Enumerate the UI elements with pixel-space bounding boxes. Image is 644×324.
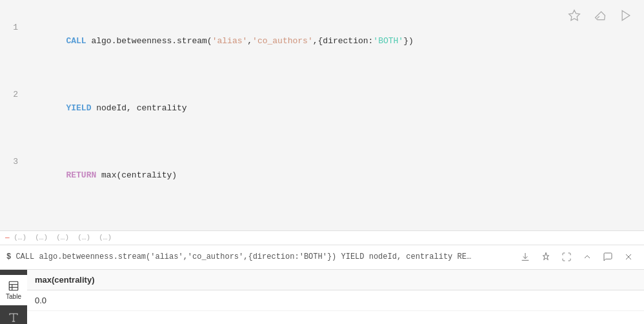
table-row: 0.0 — [27, 290, 644, 310]
keyword-return: RETURN — [66, 170, 96, 180]
svg-marker-1 — [622, 11, 630, 21]
code-content-1: CALL algo.betweenness.stream('alias','co… — [26, 21, 414, 61]
results-table: max(centrality) 0.0 — [27, 270, 644, 311]
expand-icon — [561, 252, 572, 262]
eraser-button[interactable] — [592, 8, 608, 25]
result-actions — [516, 249, 638, 265]
comment-button[interactable] — [599, 249, 617, 265]
close-icon — [623, 252, 634, 262]
pin-icon — [541, 252, 551, 262]
table-icon — [8, 280, 19, 292]
sidebar-item-label-table: Table — [6, 293, 21, 300]
strip-content: — — [5, 234, 10, 241]
star-button[interactable] — [567, 8, 582, 25]
download-icon — [520, 252, 530, 262]
code-line-1: 1 CALL algo.betweenness.stream('alias','… — [10, 21, 634, 61]
code-editor: 1 CALL algo.betweenness.stream('alias','… — [0, 0, 644, 231]
expand-button[interactable] — [558, 249, 576, 265]
cell-max-centrality: 0.0 — [27, 290, 644, 310]
code-content-3: RETURN max(centrality) — [26, 156, 177, 196]
str-co-authors: 'co_authors' — [252, 36, 313, 46]
str-both: 'BOTH' — [373, 36, 403, 46]
svg-marker-0 — [569, 10, 580, 21]
code-content-2: YIELD nodeId, centrality — [26, 88, 187, 128]
str-alias: 'alias' — [212, 36, 248, 46]
line-number-3: 3 — [10, 156, 18, 196]
star-icon — [568, 9, 581, 22]
eraser-icon — [594, 9, 607, 22]
download-button[interactable] — [516, 249, 534, 265]
sidebar-item-text[interactable]: Text — [0, 307, 27, 324]
close-button[interactable] — [619, 249, 638, 265]
keyword-call: CALL — [66, 36, 86, 46]
strip-divider: — (…) (…) (…) (…) (…) — [0, 231, 644, 245]
query-dollar: $ — [6, 252, 11, 261]
strip-text: (…) (…) (…) (…) (…) — [10, 234, 112, 241]
sidebar-item-table[interactable]: Table — [0, 275, 27, 305]
svg-rect-4 — [9, 281, 18, 290]
chevron-up-icon — [582, 252, 592, 262]
play-button[interactable] — [618, 8, 634, 25]
table-header-row: max(centrality) — [27, 270, 644, 290]
fn-algo: algo.betweenness.stream( — [86, 36, 212, 46]
collapse-button[interactable] — [578, 249, 596, 265]
code-line-3: 3 RETURN max(centrality) — [10, 156, 634, 196]
result-query-text: $ CALL algo.betweenness.stream('alias','… — [6, 252, 516, 261]
text-icon — [8, 312, 19, 323]
code-line-2: 2 YIELD nodeId, centrality — [10, 88, 634, 128]
side-nav: Table Text Code — [0, 270, 27, 324]
line-number-1: 1 — [10, 21, 18, 61]
code-toolbar — [567, 8, 634, 25]
content-area: Table Text Code — [0, 270, 644, 324]
play-icon — [619, 9, 632, 22]
column-header-max-centrality: max(centrality) — [27, 270, 644, 290]
pin-button[interactable] — [537, 249, 555, 265]
comment-icon — [603, 252, 613, 262]
result-header: $ CALL algo.betweenness.stream('alias','… — [0, 245, 644, 270]
line-number-2: 2 — [10, 88, 18, 128]
result-panel: $ CALL algo.betweenness.stream('alias','… — [0, 245, 644, 324]
query-body: CALL algo.betweenness.stream('alias','co… — [15, 252, 471, 261]
keyword-yield: YIELD — [66, 103, 91, 113]
table-content: max(centrality) 0.0 — [27, 270, 644, 324]
